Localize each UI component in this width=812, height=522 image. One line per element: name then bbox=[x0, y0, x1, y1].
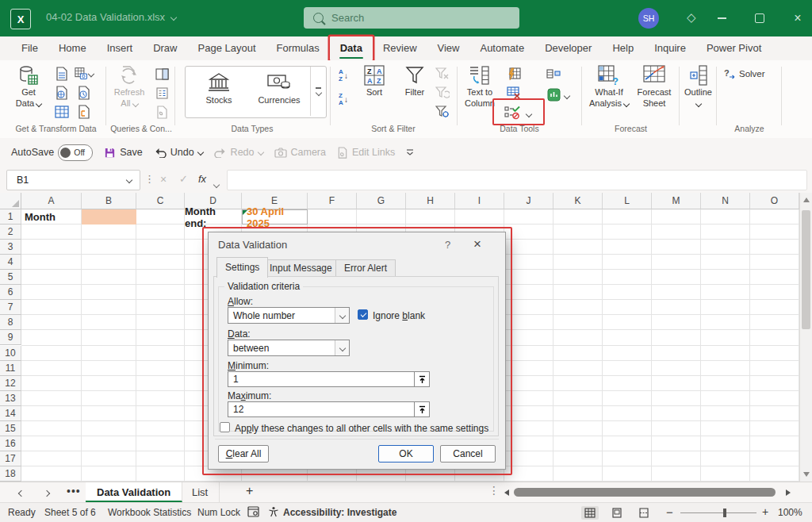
sort-az-button[interactable]: AZ↓ bbox=[333, 67, 354, 84]
row-header-17[interactable]: 17 bbox=[0, 451, 21, 466]
zoom-slider-thumb[interactable] bbox=[723, 509, 726, 517]
row-header-8[interactable]: 8 bbox=[0, 315, 21, 330]
sort-za-button[interactable]: ZA↓ bbox=[333, 90, 354, 108]
allow-dropdown[interactable]: Whole number bbox=[228, 307, 350, 324]
zoom-out-button[interactable]: − bbox=[666, 505, 673, 519]
row-header-2[interactable]: 2 bbox=[0, 225, 21, 240]
row-header-10[interactable]: 10 bbox=[0, 346, 21, 361]
cancel-button[interactable]: Cancel bbox=[440, 445, 496, 463]
camera-button[interactable]: Camera bbox=[274, 147, 326, 158]
menu-tab-review[interactable]: Review bbox=[373, 36, 427, 60]
sensitivity-icon[interactable]: ◇ bbox=[687, 10, 696, 25]
menu-tab-developer[interactable]: Developer bbox=[534, 36, 602, 60]
column-header-H[interactable]: H bbox=[406, 193, 455, 209]
from-text-csv-button[interactable] bbox=[52, 65, 71, 83]
row-header-1[interactable]: 1 bbox=[0, 209, 21, 225]
data-dropdown[interactable]: between bbox=[228, 340, 350, 356]
menu-tab-power-pivot[interactable]: Power Pivot bbox=[696, 36, 772, 60]
row-header-16[interactable]: 16 bbox=[0, 436, 21, 451]
flash-fill-button[interactable] bbox=[504, 65, 523, 83]
menu-tab-help[interactable]: Help bbox=[602, 36, 644, 60]
page-layout-view-button[interactable] bbox=[608, 506, 626, 520]
row-header-5[interactable]: 5 bbox=[0, 270, 21, 285]
menu-tab-inquire[interactable]: Inquire bbox=[644, 36, 696, 60]
normal-view-button[interactable] bbox=[581, 506, 599, 520]
all-sheets-button[interactable]: ••• bbox=[67, 485, 81, 497]
edit-links-button[interactable]: Edit Links bbox=[337, 147, 395, 159]
row-header-4[interactable]: 4 bbox=[0, 255, 21, 270]
stocks-button[interactable]: Stocks bbox=[189, 69, 249, 114]
undo-button[interactable]: Undo bbox=[154, 147, 203, 158]
currencies-button[interactable]: Currencies bbox=[249, 69, 309, 114]
menu-tab-home[interactable]: Home bbox=[48, 36, 97, 60]
qat-overflow-button[interactable] bbox=[406, 148, 414, 156]
vertical-scrollbar[interactable] bbox=[799, 193, 812, 482]
data-validation-button[interactable] bbox=[503, 104, 522, 121]
data-types-gallery-more[interactable] bbox=[310, 67, 326, 116]
menu-tab-view[interactable]: View bbox=[427, 36, 470, 60]
accessibility-status[interactable]: Accessibility: Investigate bbox=[283, 507, 396, 518]
column-header-K[interactable]: K bbox=[553, 193, 603, 209]
row-header-13[interactable]: 13 bbox=[0, 391, 21, 406]
insert-function-button[interactable]: fx bbox=[198, 173, 206, 185]
ok-button[interactable]: OK bbox=[378, 445, 434, 463]
clear-all-button[interactable]: Clear All bbox=[218, 445, 269, 463]
data-validation-chevron[interactable] bbox=[523, 106, 534, 123]
vertical-scroll-thumb[interactable] bbox=[802, 210, 810, 329]
minimum-input[interactable]: 1 bbox=[228, 371, 415, 387]
tabbar-splitter[interactable]: ⋮ bbox=[488, 484, 500, 497]
row-header-14[interactable]: 14 bbox=[0, 406, 21, 421]
properties-button[interactable] bbox=[152, 84, 171, 102]
autosave-toggle[interactable]: AutoSave Off bbox=[11, 144, 93, 161]
column-header-L[interactable]: L bbox=[603, 193, 652, 209]
minimize-button[interactable] bbox=[704, 0, 739, 36]
from-picture-button[interactable] bbox=[75, 65, 94, 83]
remove-duplicates-button[interactable] bbox=[504, 84, 523, 102]
horizontal-scrollbar[interactable] bbox=[514, 488, 780, 497]
zoom-slider[interactable] bbox=[680, 512, 756, 513]
menu-tab-file[interactable]: File bbox=[11, 36, 48, 60]
menu-tab-insert[interactable]: Insert bbox=[97, 36, 144, 60]
menu-tab-page-layout[interactable]: Page Layout bbox=[188, 36, 266, 60]
sheet-tab-list[interactable]: List bbox=[181, 482, 220, 502]
horizontal-scroll-thumb[interactable] bbox=[514, 488, 776, 497]
text-to-columns-button[interactable]: Text to Column bbox=[458, 65, 501, 109]
column-header-B[interactable]: B bbox=[82, 193, 136, 209]
sort-button[interactable]: ZAAZ Sort bbox=[357, 65, 392, 98]
recent-sources-button[interactable] bbox=[75, 84, 94, 102]
solver-button[interactable]: ? Solver bbox=[724, 68, 765, 79]
search-box[interactable] bbox=[304, 7, 519, 29]
row-header-18[interactable]: 18 bbox=[0, 466, 21, 482]
menu-tab-draw[interactable]: Draw bbox=[143, 36, 187, 60]
zoom-level[interactable]: 100% bbox=[778, 507, 802, 518]
forecast-sheet-button[interactable]: Forecast Sheet bbox=[634, 65, 675, 109]
row-header-9[interactable]: 9 bbox=[0, 330, 21, 345]
new-sheet-button[interactable]: + bbox=[246, 484, 253, 498]
tab-error-alert[interactable]: Error Alert bbox=[335, 259, 396, 277]
advanced-filter-button[interactable] bbox=[433, 103, 452, 121]
refresh-all-button[interactable]: Refresh All bbox=[109, 65, 149, 109]
grid-cell-A1[interactable]: Month bbox=[21, 209, 82, 225]
namebox-splitter[interactable]: ⋮ bbox=[144, 173, 155, 185]
tab-input-message[interactable]: Input Message bbox=[261, 259, 341, 277]
menu-tab-automate[interactable]: Automate bbox=[469, 36, 534, 60]
column-header-N[interactable]: N bbox=[701, 193, 750, 209]
menu-tab-formulas[interactable]: Formulas bbox=[266, 36, 330, 60]
data-model-button[interactable] bbox=[544, 86, 563, 103]
formula-input[interactable] bbox=[228, 171, 810, 191]
column-header-A[interactable]: A bbox=[21, 193, 82, 209]
column-header-C[interactable]: C bbox=[136, 193, 185, 209]
display-settings-icon[interactable] bbox=[247, 506, 259, 520]
column-header-F[interactable]: F bbox=[308, 193, 357, 209]
data-model-chevron[interactable] bbox=[561, 87, 573, 105]
redo-button[interactable]: Redo bbox=[214, 147, 263, 158]
grid-cell-E1[interactable]: 30 April 2025 bbox=[242, 209, 308, 225]
select-all-corner[interactable] bbox=[0, 193, 21, 209]
close-button[interactable]: × bbox=[780, 0, 812, 36]
column-header-M[interactable]: M bbox=[652, 193, 701, 209]
confirm-entry-icon[interactable]: ✓ bbox=[179, 173, 188, 185]
column-header-G[interactable]: G bbox=[357, 193, 406, 209]
column-header-O[interactable]: O bbox=[750, 193, 799, 209]
what-if-analysis-button[interactable]: ? What-If Analysis bbox=[586, 65, 632, 109]
row-header-15[interactable]: 15 bbox=[0, 421, 21, 436]
